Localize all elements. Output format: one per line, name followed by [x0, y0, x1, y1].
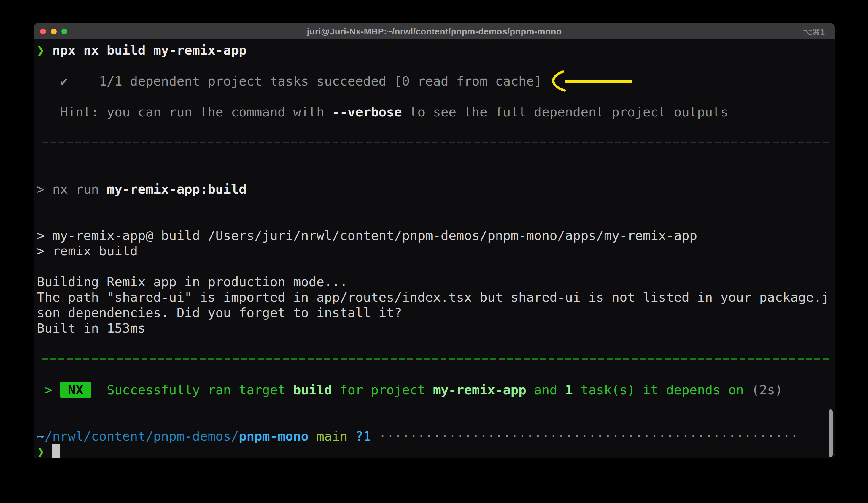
- project-name: my-remix-app: [433, 382, 526, 397]
- command-line: ❯ npx nx build my-remix-app: [37, 42, 247, 58]
- maximize-button[interactable]: [61, 29, 68, 34]
- cwd-path: /nrwl/content/pnpm-demos/: [44, 429, 239, 444]
- dependent-tasks-success-line: ✔ 1/1 dependent project tasks succeeded …: [37, 73, 542, 89]
- build-output-line: Built in 153ms: [37, 320, 146, 336]
- nx-badge: NX: [60, 382, 91, 398]
- tab-shortcut-badge: ⌥⌘1: [803, 27, 825, 37]
- home-tilde: ~: [37, 429, 44, 444]
- build-output-line: son dependencies. Did you forget to inst…: [37, 305, 402, 320]
- terminal-content[interactable]: ❯ npx nx build my-remix-app ✔ 1/1 depend…: [34, 40, 835, 458]
- close-button[interactable]: [40, 29, 46, 34]
- task-count: 1: [565, 382, 573, 397]
- yellow-arrow-annotation: [545, 69, 637, 96]
- verbose-flag: --verbose: [332, 104, 402, 119]
- build-output-line: Building Remix app in production mode...: [37, 274, 348, 290]
- build-output-line: The path "shared-ui" is imported in app/…: [37, 290, 829, 305]
- scrollbar-thumb[interactable]: [828, 410, 833, 457]
- traffic-lights: [40, 29, 68, 34]
- git-branch: main: [317, 429, 348, 444]
- run-target: my-remix-app:build: [107, 182, 247, 197]
- window-title: juri@Juri-Nx-MBP:~/nrwl/content/pnpm-dem…: [307, 27, 562, 37]
- git-status: ?1: [355, 429, 371, 444]
- remix-build-line: > remix build: [37, 243, 138, 259]
- prompt-chevron: ❯: [37, 444, 52, 459]
- prompt-filler-dots: ········································…: [379, 429, 798, 444]
- terminal-cursor: [52, 444, 60, 459]
- terminal-window: juri@Juri-Nx-MBP:~/nrwl/content/pnpm-dem…: [33, 23, 835, 459]
- target-name: build: [293, 382, 332, 397]
- prompt-chevron: ❯: [37, 43, 52, 58]
- pkg-build-line: > my-remix-app@ build /Users/juri/nrwl/c…: [37, 228, 697, 243]
- duration: (2s): [752, 382, 783, 397]
- typed-command: npx nx build my-remix-app: [52, 43, 247, 58]
- minimize-button[interactable]: [51, 29, 56, 34]
- prompt-input-line[interactable]: ❯: [37, 444, 60, 459]
- separator-green: [42, 359, 831, 360]
- prompt-path-line: ~/nrwl/content/pnpm-demos/pnpm-mono main…: [37, 429, 798, 444]
- nx-run-line: > nx run my-remix-app:build: [37, 181, 247, 197]
- nx-caret: >: [37, 382, 60, 397]
- separator-gray: [42, 142, 831, 143]
- window-titlebar[interactable]: juri@Juri-Nx-MBP:~/nrwl/content/pnpm-dem…: [34, 23, 835, 40]
- nx-success-line: > NX Successfully ran target build for p…: [37, 382, 783, 398]
- hint-line: Hint: you can run the command with --ver…: [37, 104, 728, 120]
- repo-name: pnpm-mono: [239, 429, 309, 444]
